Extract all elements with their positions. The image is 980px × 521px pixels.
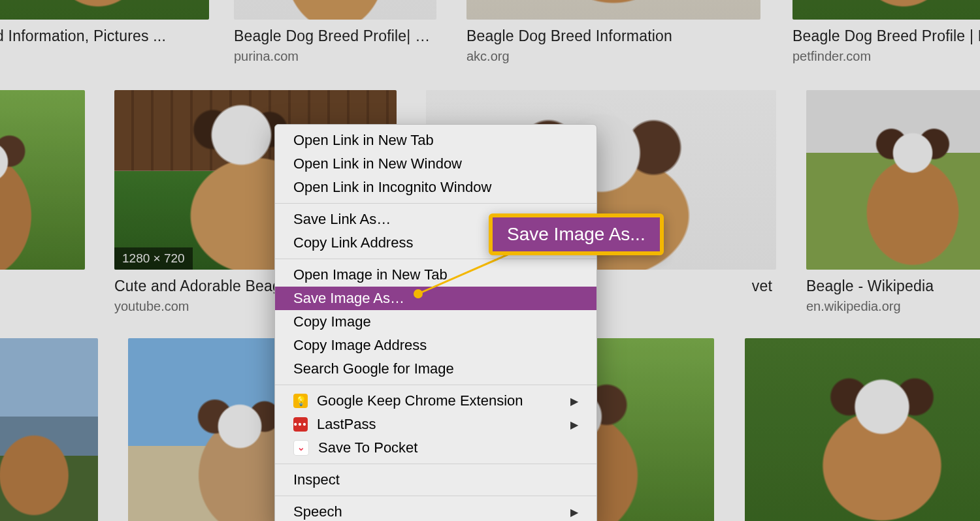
- menu-item-label: Inspect: [293, 471, 340, 488]
- menu-item-label: Open Link in New Window: [293, 155, 462, 172]
- result-title[interactable]: Beagle - Wikipedia: [806, 277, 980, 295]
- result-tile[interactable]: [745, 338, 980, 521]
- menu-ext-google-keep[interactable]: 💡 Google Keep Chrome Extension ▶: [275, 389, 596, 413]
- annotation-callout-label: Save Image As...: [489, 213, 664, 255]
- lastpass-icon: •••: [293, 417, 308, 432]
- result-thumbnail[interactable]: [745, 338, 980, 521]
- menu-item-label: Open Image in New Tab: [293, 266, 448, 283]
- menu-separator: [275, 203, 596, 204]
- menu-item-label: LastPass: [317, 416, 376, 433]
- menu-separator: [275, 259, 596, 259]
- menu-item-label: Copy Link Address: [293, 234, 413, 251]
- menu-inspect[interactable]: Inspect: [275, 468, 596, 492]
- result-thumbnail[interactable]: [234, 0, 436, 20]
- menu-copy-image[interactable]: Copy Image: [275, 310, 596, 334]
- submenu-arrow-icon: ▶: [570, 418, 578, 431]
- submenu-arrow-icon: ▶: [570, 506, 578, 518]
- menu-search-google-for-image[interactable]: Search Google for Image: [275, 357, 596, 381]
- menu-speech[interactable]: Speech ▶: [275, 500, 596, 521]
- menu-separator: [275, 385, 596, 385]
- result-source: petfinder.com: [792, 49, 980, 64]
- menu-item-label: Search Google for Image: [293, 360, 454, 377]
- result-tile[interactable]: [0, 90, 85, 270]
- pocket-icon: ⌄: [293, 440, 309, 456]
- result-thumbnail[interactable]: [0, 90, 85, 270]
- result-thumbnail[interactable]: [792, 0, 980, 20]
- result-tile[interactable]: [0, 338, 98, 521]
- result-thumbnail[interactable]: [806, 90, 980, 270]
- menu-open-link-new-window[interactable]: Open Link in New Window: [275, 152, 596, 176]
- result-title[interactable]: Beagle Dog Breed Profile| Purin…: [234, 27, 436, 45]
- result-thumbnail[interactable]: [0, 0, 209, 20]
- menu-open-link-incognito[interactable]: Open Link in Incognito Window: [275, 176, 596, 199]
- result-tile[interactable]: Beagle Dog Breed Profile | Petfi petfind…: [792, 0, 980, 64]
- lightbulb-icon: 💡: [293, 394, 308, 408]
- image-search-results: ed Information, Pictures ... Beagle Dog …: [0, 0, 980, 521]
- result-tile[interactable]: ed Information, Pictures ...: [0, 0, 209, 49]
- result-source: en.wikipedia.org: [806, 299, 980, 314]
- result-thumbnail[interactable]: [466, 0, 760, 20]
- menu-separator: [275, 464, 596, 464]
- result-title[interactable]: ed Information, Pictures ...: [0, 27, 209, 45]
- menu-separator: [275, 496, 596, 496]
- menu-open-link-new-tab[interactable]: Open Link in New Tab: [275, 129, 596, 152]
- image-dimensions-badge: 1280 × 720: [114, 247, 193, 270]
- menu-item-label: Save Link As…: [293, 211, 391, 228]
- menu-item-label: Speech: [293, 503, 342, 520]
- result-title[interactable]: Beagle Dog Breed Information: [466, 27, 760, 45]
- context-menu: Open Link in New Tab Open Link in New Wi…: [274, 124, 597, 521]
- result-tile[interactable]: Beagle - Wikipedia en.wikipedia.org: [806, 90, 980, 314]
- menu-ext-pocket[interactable]: ⌄ Save To Pocket: [275, 436, 596, 460]
- menu-item-label: Save Image As…: [293, 290, 404, 307]
- submenu-arrow-icon: ▶: [570, 395, 578, 407]
- annotation-callout: Save Image As...: [489, 213, 664, 255]
- menu-item-label: Save To Pocket: [318, 439, 417, 456]
- menu-copy-image-address[interactable]: Copy Image Address: [275, 334, 596, 357]
- result-thumbnail[interactable]: [0, 338, 98, 521]
- menu-item-label: Open Link in New Tab: [293, 132, 434, 149]
- menu-item-label: Copy Image: [293, 313, 371, 330]
- result-tile[interactable]: Beagle Dog Breed Information akc.org: [466, 0, 760, 64]
- result-tile[interactable]: Beagle Dog Breed Profile| Purin… purina.…: [234, 0, 436, 64]
- menu-item-label: Open Link in Incognito Window: [293, 179, 491, 196]
- menu-ext-lastpass[interactable]: ••• LastPass ▶: [275, 413, 596, 436]
- menu-open-image-new-tab[interactable]: Open Image in New Tab: [275, 263, 596, 287]
- result-title[interactable]: Beagle Dog Breed Profile | Petfi: [792, 27, 980, 45]
- menu-item-label: Copy Image Address: [293, 337, 427, 354]
- menu-item-label: Google Keep Chrome Extension: [317, 392, 523, 409]
- result-source: purina.com: [234, 49, 436, 64]
- menu-save-image-as[interactable]: Save Image As…: [275, 287, 596, 310]
- result-source: akc.org: [466, 49, 760, 64]
